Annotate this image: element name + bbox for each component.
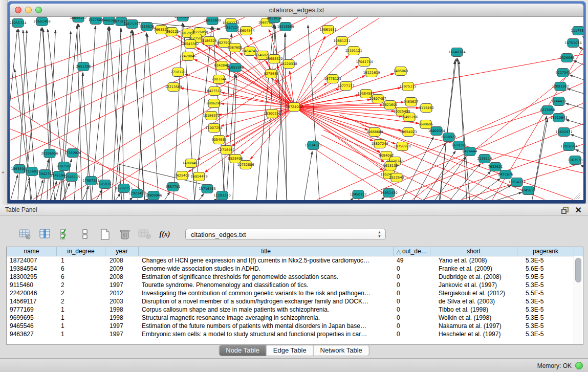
table-cell[interactable]: 19384554 (7, 265, 57, 273)
network-node[interactable]: 18220338 (280, 60, 297, 69)
column-header-pagerank[interactable]: pagerank (517, 247, 574, 256)
table-cell[interactable]: 2 (57, 281, 105, 289)
network-node[interactable]: 16648784 (448, 48, 465, 57)
column-header-title[interactable]: title (139, 247, 394, 256)
network-edge[interactable] (138, 33, 146, 200)
table-cell[interactable]: 18724007 (7, 256, 57, 265)
network-edge[interactable] (380, 197, 384, 200)
network-edge[interactable] (294, 107, 583, 173)
table-cell[interactable]: 2012 (105, 289, 139, 297)
tab-node-table[interactable]: Node Table (219, 345, 267, 356)
network-edge[interactable] (492, 192, 522, 200)
table-cell[interactable]: 1997 (105, 322, 139, 330)
table-cell[interactable]: 5.3E-5 (517, 330, 574, 338)
network-edge[interactable] (10, 175, 18, 200)
network-node[interactable]: 9275685 (264, 70, 279, 78)
network-edge[interactable] (181, 88, 294, 107)
table-cell[interactable]: 2003 (105, 297, 139, 305)
table-row[interactable]: 977716911998Corpus callosum shape and si… (7, 305, 583, 314)
table-row[interactable]: 1938455462009Genome-wide association stu… (7, 265, 583, 273)
network-edge[interactable] (294, 107, 396, 144)
table-cell[interactable]: 0 (394, 289, 430, 297)
network-node[interactable]: 9115460 (419, 104, 434, 113)
table-cell[interactable]: 5.5E-5 (517, 289, 574, 297)
network-node[interactable]: 8471676 (498, 170, 513, 179)
network-edge[interactable] (91, 27, 108, 200)
show-columns-icon[interactable] (38, 228, 52, 240)
network-edge[interactable] (413, 143, 446, 200)
network-node[interactable]: 19218586 (277, 23, 294, 31)
network-node[interactable]: 12923485 (128, 189, 145, 198)
table-cell[interactable]: Hescheler et al. (1997) (430, 330, 517, 338)
table-cell[interactable]: 5.9E-5 (517, 273, 574, 281)
table-row[interactable]: 1830029562008Estimation of significance … (7, 273, 583, 281)
network-node[interactable]: 1167533 (568, 156, 583, 165)
network-node[interactable]: 12450122 (350, 190, 366, 199)
network-node[interactable]: 10553287 (174, 17, 191, 21)
network-view-window[interactable]: citations_edges.txt 88601238912955182260… (7, 1, 586, 204)
table-cell[interactable]: 1997 (105, 330, 139, 338)
table-cell[interactable]: 1 (57, 322, 105, 330)
window-resize-grip[interactable] (578, 196, 580, 199)
table-cell[interactable]: 0 (394, 273, 430, 281)
network-node[interactable]: 2718120 (171, 68, 186, 77)
network-node[interactable]: 8186328 (202, 37, 217, 46)
network-edge[interactable] (459, 61, 467, 200)
table-cell[interactable]: 1 (57, 305, 105, 314)
network-node[interactable]: 24055724 (10, 19, 27, 28)
network-edge[interactable] (565, 120, 583, 125)
table-cell[interactable]: 2 (57, 289, 105, 297)
network-node[interactable]: 1527602 (89, 17, 103, 25)
network-node[interactable]: 16778123 (324, 75, 341, 83)
network-node[interactable]: 7857224 (225, 24, 239, 32)
table-row[interactable]: 2242004622012Investigating the contribut… (7, 289, 583, 297)
control-panel-collapsed-strip[interactable]: ◂ (0, 0, 8, 205)
table-row[interactable]: 1456911722003Disruption of a novel membe… (7, 297, 583, 305)
network-edge[interactable] (10, 29, 17, 200)
network-edge[interactable] (460, 171, 491, 200)
table-cell[interactable]: 1998 (105, 314, 139, 322)
table-cell[interactable]: 2 (57, 297, 105, 305)
network-edge[interactable] (232, 107, 294, 146)
table-cell[interactable]: 5.3E-5 (517, 281, 574, 289)
network-node[interactable]: 15716485 (199, 185, 215, 193)
table-cell[interactable]: 49 (394, 256, 430, 265)
window-titlebar[interactable]: citations_edges.txt (10, 4, 583, 17)
network-node[interactable]: 10196372 (203, 112, 220, 120)
table-cell[interactable]: Embryonic stem cells: a model to study s… (139, 330, 394, 338)
scrollbar-thumb[interactable] (575, 258, 581, 282)
network-node[interactable]: 2522543 (389, 173, 404, 182)
network-edge[interactable] (294, 105, 383, 107)
network-edge[interactable] (349, 198, 354, 200)
table-cell[interactable]: Nakamura et al. (1997) (430, 322, 517, 330)
network-node[interactable]: 8427512 (207, 87, 222, 96)
table-cell[interactable]: Changes of HCN gene expression and I(f) … (139, 256, 394, 265)
table-cell[interactable]: 0 (394, 305, 430, 314)
table-cell[interactable]: 0 (394, 297, 430, 305)
tab-edge-table[interactable]: Edge Table (267, 345, 314, 356)
table-cell[interactable]: Jankovic et al. (1997) (430, 281, 517, 289)
close-panel-icon[interactable]: ✕ (575, 205, 582, 215)
table-cell[interactable]: 1998 (105, 305, 139, 314)
table-cell[interactable]: 6 (57, 273, 105, 281)
table-cell[interactable]: Wolkin et al. (1998) (430, 314, 517, 322)
network-edge[interactable] (213, 199, 217, 200)
column-header-short[interactable]: short (430, 247, 517, 256)
network-node[interactable]: 18807249 (371, 140, 388, 148)
delete-column-trash-icon[interactable] (118, 228, 132, 240)
window-resize-grip[interactable] (576, 194, 580, 199)
network-edge[interactable] (82, 186, 89, 200)
network-node[interactable]: 2803144 (212, 75, 227, 84)
table-cell[interactable]: 1997 (105, 281, 139, 289)
function-builder-icon[interactable]: f(x) (158, 228, 171, 240)
table-cell[interactable]: 2008 (105, 273, 139, 281)
network-edge[interactable] (77, 26, 82, 200)
table-cell[interactable]: 9463627 (7, 330, 57, 338)
network-edge[interactable] (477, 111, 543, 132)
network-node[interactable]: 9397587 (57, 162, 72, 171)
table-settings-icon[interactable] (18, 228, 32, 240)
network-edge[interactable] (223, 34, 231, 200)
network-node[interactable]: 1117482 (571, 27, 583, 35)
network-node[interactable]: 20691406 (33, 17, 50, 26)
table-cell[interactable]: Disruption of a novel member of a sodium… (139, 297, 394, 305)
